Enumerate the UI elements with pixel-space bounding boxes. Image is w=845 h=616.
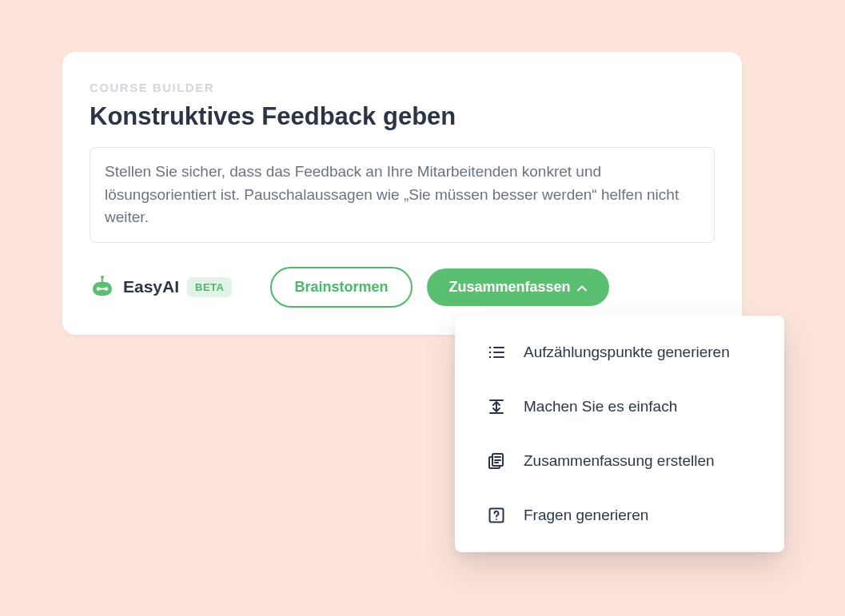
list-icon	[487, 343, 506, 362]
dropdown-item-summary[interactable]: Zusammenfassung erstellen	[455, 434, 784, 488]
document-copy-icon	[487, 451, 506, 471]
ai-toolbar: EasyAI BETA Brainstormen Zusammenfassen	[90, 267, 715, 308]
content-textarea[interactable]: Stellen Sie sicher, dass das Feedback an…	[90, 147, 715, 243]
page-title: Konstruktives Feedback geben	[90, 102, 715, 131]
beta-badge: BETA	[187, 277, 232, 297]
ai-badge-group: EasyAI BETA	[90, 276, 232, 297]
collapse-icon	[487, 397, 506, 416]
dropdown-item-simplify[interactable]: Machen Sie es einfach	[455, 380, 784, 434]
question-box-icon	[487, 506, 506, 525]
course-builder-card: COURSE BUILDER Konstruktives Feedback ge…	[62, 52, 742, 335]
summarize-dropdown: Aufzählungspunkte generieren Machen Sie …	[455, 316, 784, 552]
dropdown-item-label: Machen Sie es einfach	[524, 398, 677, 415]
dropdown-item-bullets[interactable]: Aufzählungspunkte generieren	[455, 325, 784, 380]
brainstorm-button[interactable]: Brainstormen	[270, 267, 412, 308]
dropdown-item-label: Fragen generieren	[524, 507, 648, 524]
ai-product-label: EasyAI	[123, 277, 179, 296]
robot-icon	[90, 276, 115, 297]
dropdown-item-label: Zusammenfassung erstellen	[524, 452, 715, 470]
svg-point-8	[489, 352, 492, 354]
summarize-button[interactable]: Zusammenfassen	[427, 268, 609, 306]
svg-point-10	[489, 356, 492, 359]
dropdown-item-questions[interactable]: Fragen generieren	[455, 488, 784, 542]
svg-point-6	[489, 347, 492, 349]
brainstorm-button-label: Brainstormen	[294, 279, 388, 296]
summarize-button-label: Zusammenfassen	[449, 279, 571, 296]
svg-point-20	[496, 519, 497, 520]
eyebrow-label: COURSE BUILDER	[90, 81, 715, 94]
svg-point-0	[101, 276, 104, 279]
chevron-up-icon	[577, 279, 587, 296]
dropdown-item-label: Aufzählungspunkte generieren	[524, 344, 730, 361]
